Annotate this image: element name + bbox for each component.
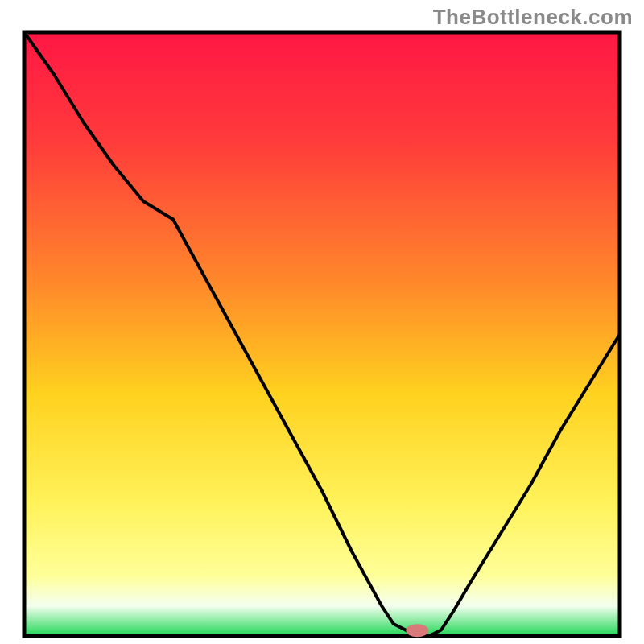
gradient-background [24,32,620,636]
chart-canvas: { "watermark": "TheBottleneck.com", "col… [0,0,644,644]
watermark-text: TheBottleneck.com [433,5,633,30]
current-marker [406,624,428,637]
bottleneck-chart [0,0,644,644]
